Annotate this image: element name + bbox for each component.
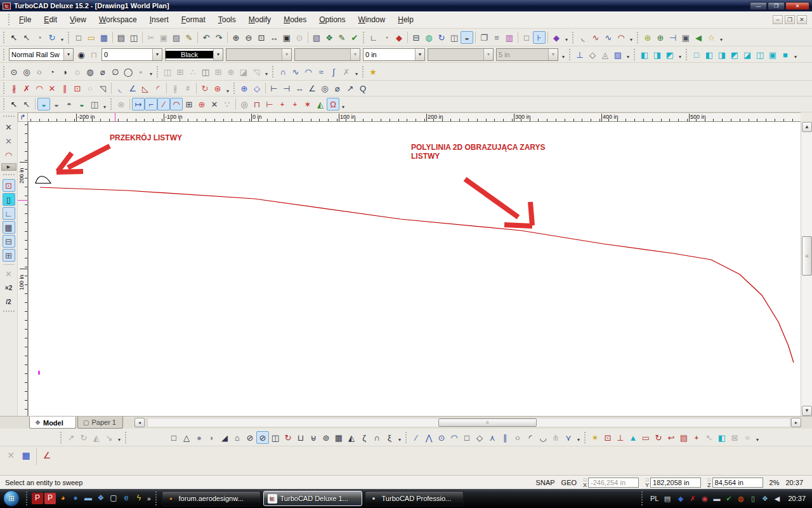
explode-icon[interactable]: ∦ bbox=[169, 82, 181, 95]
cut-icon[interactable]: ✂ bbox=[145, 31, 157, 44]
snap-face-icon[interactable]: ⊓ bbox=[251, 98, 263, 110]
curve-arc-icon[interactable]: ◠ bbox=[615, 31, 627, 44]
workplane-star-icon[interactable]: ★ bbox=[367, 65, 379, 78]
transform-rotate-icon[interactable]: ◇ bbox=[251, 82, 263, 95]
hatch-pattern-icon[interactable]: ▨ bbox=[612, 48, 624, 61]
toolbar-overflow-icon[interactable]: ▾ bbox=[627, 31, 635, 43]
dim-leader-icon[interactable]: ↗ bbox=[344, 82, 357, 95]
select-icon[interactable]: ↖ bbox=[8, 31, 20, 44]
mdi-close-button[interactable]: ✕ bbox=[797, 15, 807, 24]
copy-array-icon[interactable]: ⊞ bbox=[174, 65, 187, 78]
style-combo[interactable]: Normal Rail Sw ▾ bbox=[9, 48, 74, 61]
print-preview-icon[interactable]: ◫ bbox=[128, 31, 140, 44]
toolbar-overflow-icon[interactable]: ▾ bbox=[101, 98, 108, 110]
start-button[interactable]: ⊞ bbox=[3, 490, 20, 507]
x-lock-icon[interactable]: □X bbox=[583, 477, 587, 488]
tab-scroll-right-button[interactable]: ▸ bbox=[791, 418, 801, 427]
geo-indicator[interactable]: GEO bbox=[561, 479, 577, 486]
copy-icon[interactable]: ▣ bbox=[157, 31, 170, 44]
toolbar-grip[interactable] bbox=[569, 49, 572, 60]
grid-off-icon[interactable]: ✕ bbox=[3, 267, 15, 280]
toolbar-overflow-icon[interactable]: ▾ bbox=[676, 48, 684, 60]
sheet-icon[interactable]: □ bbox=[520, 31, 533, 44]
render-full-icon[interactable]: ◒ bbox=[75, 98, 88, 110]
toolbar-grip[interactable] bbox=[3, 98, 6, 110]
zoom-in-icon[interactable]: ⊕ bbox=[230, 31, 242, 44]
toolbar-grip[interactable] bbox=[634, 49, 636, 60]
tray-app-red-icon[interactable]: ◉ bbox=[700, 494, 709, 504]
wp-by-3-points-icon[interactable]: ▭ bbox=[639, 431, 652, 444]
paste-icon[interactable]: ▨ bbox=[170, 31, 183, 44]
circle-diameter-icon[interactable]: ⌀ bbox=[96, 65, 109, 78]
toolbar-overflow-icon[interactable]: ▾ bbox=[792, 48, 799, 60]
wp-flip-icon[interactable]: ↩ bbox=[665, 431, 678, 444]
dim-horizontal-icon[interactable]: ⊢ bbox=[268, 82, 280, 95]
tab-paper-1[interactable]: ▢ Paper 1 bbox=[77, 417, 123, 429]
view-front-icon[interactable]: ◫ bbox=[754, 48, 766, 61]
color-combo[interactable]: Black ▾ bbox=[165, 48, 223, 61]
taper-icon[interactable]: ◺ bbox=[139, 82, 152, 95]
regenerate-icon[interactable]: ↻ bbox=[46, 31, 58, 44]
ellipse-icon[interactable]: ◌ bbox=[71, 65, 84, 78]
toolbar-overflow-icon[interactable]: ▾ bbox=[115, 431, 123, 443]
tray-volume-icon[interactable]: ◀ bbox=[772, 494, 782, 504]
multiline-icon[interactable]: ⋏ bbox=[486, 431, 499, 444]
tray-app-red-x-icon[interactable]: ✗ bbox=[688, 494, 697, 504]
menu-edit[interactable]: Edit bbox=[37, 13, 63, 26]
copy-radial-icon[interactable]: ∴ bbox=[187, 65, 199, 78]
toolbar-overflow-icon[interactable]: ▾ bbox=[224, 83, 232, 95]
y-coordinate-field[interactable]: 182,2058 in bbox=[650, 478, 701, 488]
redo-icon[interactable]: ↷ bbox=[213, 31, 225, 44]
parallel-line-icon[interactable]: ∥ bbox=[499, 431, 511, 444]
dim-parallel-icon[interactable]: ↔ bbox=[293, 82, 306, 95]
zoom-extents-icon[interactable]: ↔ bbox=[268, 31, 280, 44]
zoom-window-icon[interactable]: ⊡ bbox=[255, 31, 268, 44]
dim-radius-icon[interactable]: ◎ bbox=[318, 82, 331, 95]
spline-bezier-icon[interactable]: ∿ bbox=[289, 65, 302, 78]
curve-revision-icon[interactable]: ✗ bbox=[340, 65, 353, 78]
circle-concentric-icon[interactable]: ◎ bbox=[20, 65, 33, 78]
split-icon[interactable]: ◹ bbox=[96, 82, 109, 95]
x-coordinate-field[interactable]: -246,254 in bbox=[588, 478, 639, 488]
z-coordinate-field[interactable]: 84,564 in bbox=[712, 478, 763, 488]
menu-options[interactable]: Options bbox=[313, 13, 351, 26]
coord-bar-icon[interactable]: ⊟ bbox=[3, 235, 15, 248]
toolbar-grip[interactable] bbox=[3, 174, 15, 177]
toolbar-overflow-icon[interactable]: ▾ bbox=[147, 65, 155, 77]
view-bottom-icon[interactable]: ◪ bbox=[741, 48, 754, 61]
polyline-icon[interactable]: ⋀ bbox=[422, 431, 435, 444]
select-2-icon[interactable]: ↖ bbox=[8, 98, 20, 110]
magnetic-point-icon[interactable]: Ω bbox=[327, 98, 339, 110]
axis-toggle-icon[interactable]: ⊦ bbox=[533, 31, 546, 44]
circle-2point-icon[interactable]: ○ bbox=[33, 65, 46, 78]
3d-cylinder-icon[interactable]: ⊔ bbox=[294, 431, 307, 444]
snap-midpoint-icon[interactable]: ∕ bbox=[157, 98, 170, 110]
taskbar-button-turbocad-pro[interactable]: ● TurboCAD Professio... bbox=[365, 491, 464, 506]
switch-windows-icon[interactable]: ❖ bbox=[95, 493, 107, 504]
toolbar-overflow-icon[interactable]: ▾ bbox=[575, 431, 582, 443]
3d-sweep-icon[interactable]: ⊘ bbox=[256, 431, 269, 444]
named-view-icon[interactable]: ⊟ bbox=[410, 31, 422, 44]
snap-intersection-icon[interactable]: ✕ bbox=[208, 98, 221, 110]
snap-all-icon[interactable]: ✶ bbox=[301, 98, 314, 110]
tray-network-icon[interactable]: ❖ bbox=[760, 494, 769, 504]
mdi-minimize-button[interactable]: ‒ bbox=[773, 15, 783, 24]
rotate-entity-icon[interactable]: ↻ bbox=[199, 82, 211, 95]
paper-space-icon[interactable]: ▯ bbox=[3, 193, 15, 206]
toolbar-overflow-icon[interactable]: ▾ bbox=[339, 98, 347, 110]
copy-mirror-icon[interactable]: ◫ bbox=[199, 65, 212, 78]
dim-diameter-icon[interactable]: ⌀ bbox=[331, 82, 344, 95]
pdf-creator-icon[interactable]: P bbox=[44, 493, 56, 504]
snap-polar-icon[interactable]: + bbox=[289, 98, 301, 110]
wp-stack-icon[interactable]: ≈ bbox=[741, 431, 754, 444]
insert-picture-icon[interactable]: ▧ bbox=[310, 31, 323, 44]
undo-icon[interactable]: ↶ bbox=[200, 31, 213, 44]
toolbar-grip[interactable] bbox=[363, 32, 365, 43]
toolbar-grip[interactable] bbox=[405, 432, 408, 443]
freehand-icon[interactable]: ∫ bbox=[327, 65, 340, 78]
3d-half-cone-icon[interactable]: ◭ bbox=[345, 431, 358, 444]
spline-points-icon[interactable]: ∩ bbox=[277, 65, 289, 78]
minimize-button[interactable]: — bbox=[750, 2, 767, 10]
copy-fit-icon[interactable]: ⊞ bbox=[212, 65, 225, 78]
scroll-down-button[interactable]: ▼ bbox=[802, 406, 812, 416]
